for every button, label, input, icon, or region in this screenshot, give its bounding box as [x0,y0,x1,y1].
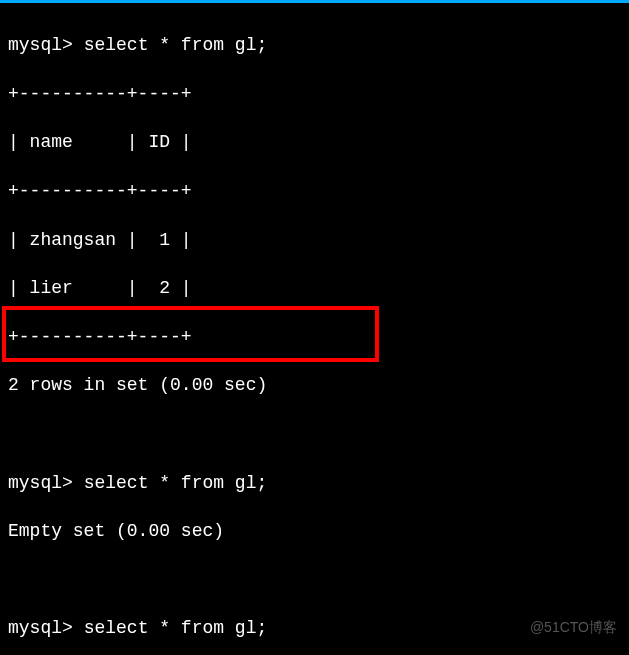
result-summary: 2 rows in set (0.00 sec) [8,373,621,397]
table-border: +----------+----+ [8,325,621,349]
mysql-prompt: mysql> [8,473,84,493]
sql-query: select * from gl; [84,618,268,638]
blank-line [8,422,621,446]
table-row: | zhangsan | 1 | [8,228,621,252]
mysql-prompt: mysql> [8,35,84,55]
mysql-prompt: mysql> [8,618,84,638]
sql-query: select * from gl; [84,473,268,493]
query-line: mysql> select * from gl; [8,33,621,57]
terminal-output[interactable]: mysql> select * from gl; +----------+---… [0,3,629,655]
sql-query: select * from gl; [84,35,268,55]
watermark-text: @51CTO博客 [530,619,617,637]
query-line: mysql> select * from gl; [8,471,621,495]
table-header: | name | ID | [8,130,621,154]
table-border: +----------+----+ [8,82,621,106]
table-row: | lier | 2 | [8,276,621,300]
empty-set-result: Empty set (0.00 sec) [8,519,621,543]
table-border: +----------+----+ [8,179,621,203]
blank-line [8,568,621,592]
